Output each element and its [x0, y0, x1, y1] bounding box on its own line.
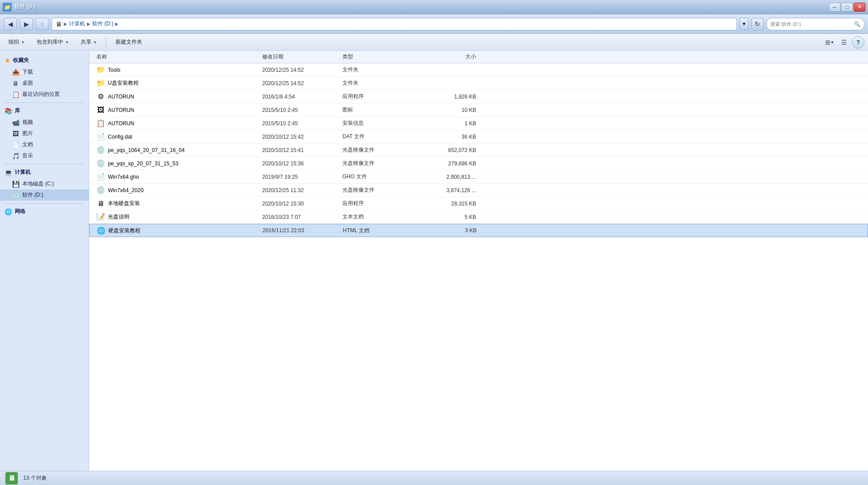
file-cell-size: 3 KB: [423, 227, 477, 234]
sidebar-music-label: 音乐: [22, 152, 33, 160]
file-name: pe_yqs_1064_20_07_31_16_04: [108, 147, 185, 153]
sidebar-item-desktop[interactable]: 🖥 桌面: [0, 78, 89, 89]
preview-pane-button[interactable]: ☰: [838, 36, 850, 49]
file-name: U盘安装教程: [108, 79, 139, 87]
refresh-button[interactable]: ↻: [751, 18, 764, 30]
table-row[interactable]: 📄 Win7x64.gho 2019/9/7 19:25 GHO 文件 2,90…: [89, 170, 868, 184]
search-icon[interactable]: 🔍: [854, 21, 860, 27]
network-icon: 🌐: [4, 208, 12, 215]
maximize-button[interactable]: □: [841, 3, 853, 12]
sidebar-item-music[interactable]: 🎵 音乐: [0, 150, 89, 161]
file-cell-name: 📝 光盘说明: [93, 213, 262, 222]
column-header: 名称 修改日期 类型 大小: [89, 51, 868, 63]
file-icon: 📄: [96, 173, 105, 181]
breadcrumb-arrow-2: ▶: [87, 21, 91, 26]
file-cell-type: 光盘映像文件: [342, 160, 423, 167]
table-row[interactable]: 🌐 硬盘安装教程 2016/11/21 22:03 HTML 文档 3 KB: [89, 224, 868, 237]
favorites-star-icon: ★: [4, 57, 10, 64]
back-button[interactable]: ◀: [4, 18, 17, 30]
col-header-date[interactable]: 修改日期: [262, 53, 342, 61]
col-header-name[interactable]: 名称: [93, 53, 262, 61]
titlebar-left: 📁 软件 (D:): [3, 3, 36, 12]
sidebar-header-network[interactable]: 🌐 网络: [0, 206, 89, 218]
help-button[interactable]: ?: [852, 36, 864, 49]
breadcrumb-computer[interactable]: 计算机: [69, 20, 85, 28]
table-row[interactable]: 💿 Win7x64_2020 2020/12/25 11:32 光盘映像文件 3…: [89, 184, 868, 197]
search-bar[interactable]: 🔍: [766, 18, 864, 30]
table-row[interactable]: 📁 Tools 2020/12/25 14:52 文件夹: [89, 63, 868, 77]
file-cell-name: 💿 Win7x64_2020: [93, 186, 262, 195]
view-toggle-button[interactable]: ⊞ ▼: [823, 36, 836, 49]
table-row[interactable]: 🖥 本地硬盘安装 2020/10/12 15:30 应用程序 28,315 KB: [89, 197, 868, 210]
file-cell-name: ⚙ AUTORUN: [93, 92, 262, 101]
table-row[interactable]: 📋 AUTORUN 2015/5/10 2:45 安装信息 1 KB: [89, 117, 868, 130]
file-list: 名称 修改日期 类型 大小 📁 Tools 2020/12/25 14:52 文…: [89, 51, 868, 471]
sidebar-network-label: 网络: [15, 208, 25, 215]
forward-button[interactable]: ▶: [20, 18, 33, 30]
sidebar-section-favorites: ★ 收藏夹 📥 下载 🖥 桌面 📋 最近访问的位置: [0, 54, 89, 100]
file-cell-name: 🌐 硬盘安装教程: [93, 226, 263, 235]
organize-button[interactable]: 组织 ▼: [4, 36, 30, 49]
file-name: 本地硬盘安装: [108, 200, 140, 207]
col-header-size[interactable]: 大小: [423, 53, 476, 61]
view-dropdown-icon: ▼: [831, 40, 835, 45]
file-cell-type: 文本文档: [342, 213, 423, 221]
file-cell-date: 2020/10/12 15:30: [262, 201, 342, 207]
main-area: ★ 收藏夹 📥 下载 🖥 桌面 📋 最近访问的位置 📚 库: [0, 51, 868, 471]
desktop-icon: 🖥: [12, 80, 20, 87]
sidebar-item-recent[interactable]: 📋 最近访问的位置: [0, 89, 89, 100]
sidebar-download-label: 下载: [22, 68, 33, 76]
file-cell-type: GHO 文件: [342, 173, 423, 181]
library-button[interactable]: 包含到库中 ▼: [32, 36, 74, 49]
file-icon: 💿: [96, 186, 105, 195]
new-folder-button[interactable]: 新建文件夹: [110, 36, 148, 49]
file-cell-name: 📄 Config.dat: [93, 132, 262, 141]
address-dropdown[interactable]: ▼: [740, 18, 749, 30]
sidebar-section-network: 🌐 网络: [0, 206, 89, 218]
sidebar-header-favorites[interactable]: ★ 收藏夹: [0, 54, 89, 66]
file-cell-date: 2020/12/25 11:32: [262, 187, 342, 193]
search-input[interactable]: [770, 21, 851, 27]
sidebar-header-library[interactable]: 📚 库: [0, 105, 89, 117]
file-cell-date: 2019/9/7 19:25: [262, 174, 342, 180]
table-row[interactable]: 🖼 AUTORUN 2015/5/10 2:45 图标 10 KB: [89, 103, 868, 117]
sidebar-software-d-label: 软件 (D:): [22, 191, 43, 199]
sidebar-section-computer: 💻 计算机 💾 本地磁盘 (C:) 💿 软件 (D:): [0, 166, 89, 201]
file-cell-date: 2020/12/25 14:52: [262, 67, 342, 73]
table-row[interactable]: 💿 pe_yqs_xp_20_07_31_15_53 2020/10/12 15…: [89, 157, 868, 170]
file-cell-type: 安装信息: [342, 119, 423, 127]
file-icon: 📁: [96, 79, 105, 88]
share-button[interactable]: 共享 ▼: [76, 36, 102, 49]
table-row[interactable]: 📝 光盘说明 2016/10/23 7:07 文本文档 5 KB: [89, 210, 868, 224]
sidebar-item-picture[interactable]: 🖼 图片: [0, 128, 89, 139]
file-cell-name: 💿 pe_yqs_xp_20_07_31_15_53: [93, 159, 262, 168]
sidebar-header-computer[interactable]: 💻 计算机: [0, 166, 89, 178]
view-icon: ⊞: [825, 39, 831, 46]
table-row[interactable]: 📄 Config.dat 2020/10/12 15:42 DAT 文件 36 …: [89, 130, 868, 144]
up-button[interactable]: ↑: [36, 18, 49, 30]
file-cell-name: 📁 Tools: [93, 66, 262, 74]
sidebar-favorites-label: 收藏夹: [13, 57, 29, 64]
sidebar-local-c-label: 本地磁盘 (C:): [22, 180, 54, 188]
table-row[interactable]: 📁 U盘安装教程 2020/12/25 14:52 文件夹: [89, 77, 868, 90]
col-header-type[interactable]: 类型: [342, 53, 423, 61]
table-row[interactable]: 💿 pe_yqs_1064_20_07_31_16_04 2020/10/12 …: [89, 144, 868, 157]
sidebar-item-software-d[interactable]: 💿 软件 (D:): [0, 189, 89, 201]
library-dropdown-icon: ▼: [65, 40, 69, 45]
table-row[interactable]: ⚙ AUTORUN 2016/1/8 4:54 应用程序 1,926 KB: [89, 90, 868, 103]
organize-dropdown-icon: ▼: [21, 40, 25, 45]
sidebar-item-doc[interactable]: 📄 文档: [0, 139, 89, 150]
minimize-button[interactable]: ─: [829, 3, 840, 12]
file-icon: 💿: [96, 159, 105, 168]
file-cell-type: HTML 文档: [343, 227, 423, 234]
toolbar-right: ⊞ ▼ ☰ ?: [823, 36, 864, 49]
close-button[interactable]: ✕: [854, 3, 865, 12]
sidebar-library-label: 库: [15, 107, 20, 115]
file-cell-size: 279,696 KB: [423, 160, 476, 167]
new-folder-label: 新建文件夹: [115, 38, 142, 46]
sidebar-item-download[interactable]: 📥 下载: [0, 66, 89, 78]
breadcrumb-drive[interactable]: 软件 (D:): [92, 20, 113, 28]
file-icon: 📁: [96, 66, 105, 74]
sidebar-item-local-c[interactable]: 💾 本地磁盘 (C:): [0, 178, 89, 189]
sidebar-item-video[interactable]: 📹 视频: [0, 117, 89, 128]
